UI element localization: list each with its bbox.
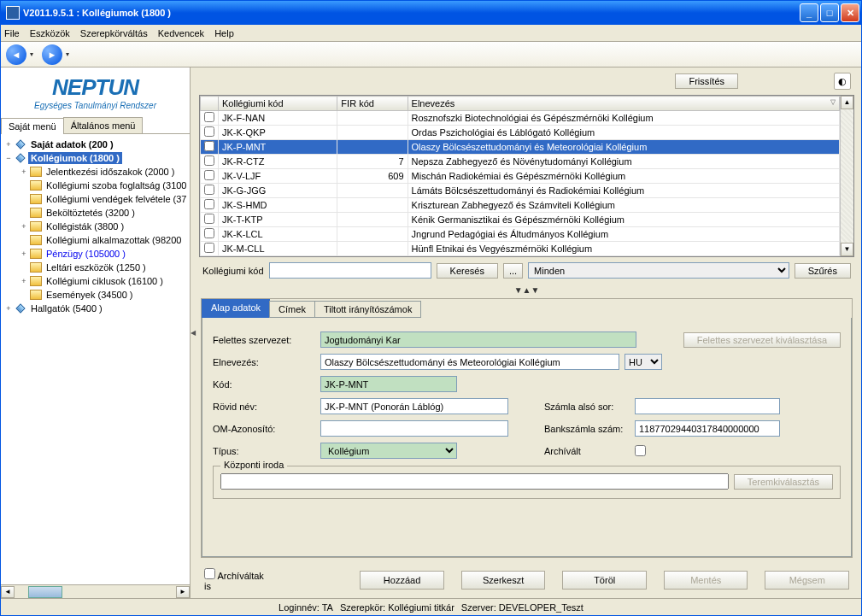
table-row[interactable]: JK-F-NANRosznofszki Biotechnológiai és G… [201,111,840,126]
table-row[interactable]: JK-K-QKPOrdas Pszichológiai és Láblógató… [201,126,840,140]
tree-item[interactable]: −Kollégiumok (1800 ) [1,151,190,165]
tree-item[interactable]: +Kollégisták (3800 ) [1,220,190,233]
table-row[interactable]: JK-R-CTZ7Nepsza Zabhegyező és Növénytudo… [201,155,840,169]
tree-label[interactable]: Beköltöztetés (3200 ) [44,207,138,219]
table-row[interactable]: JK-M-CLLHünfl Etnikai és Vegyészmérnöki … [201,242,840,256]
menu-role[interactable]: Szerepkörváltás [80,28,148,38]
add-button[interactable]: Hozzáad [360,571,444,590]
tree-label[interactable]: Kollégiumi vendégek felvétele (37 [44,193,190,205]
tree-item[interactable]: Beköltöztetés (3200 ) [1,206,190,220]
scroll-thumb[interactable] [28,586,62,598]
kod-field[interactable] [320,376,457,392]
filter-button[interactable]: Szűrés [795,263,851,279]
menu-tools[interactable]: Eszközök [30,28,70,38]
archive-checkbox[interactable] [204,568,215,579]
bank-field[interactable] [635,420,780,437]
sidebar-tab-own[interactable]: Saját menü [1,118,64,134]
tree-label[interactable]: Leltári eszközök (1250 ) [44,261,149,273]
sidebar-tab-general[interactable]: Általános menü [63,117,144,133]
tree-label[interactable]: Pénzügy (105000 ) [44,248,128,260]
row-checkbox[interactable] [204,170,214,180]
grid-header-check[interactable] [201,97,219,111]
archivalt-checkbox[interactable] [635,445,646,456]
row-checkbox[interactable] [204,199,214,209]
szamla-field[interactable] [635,398,780,414]
row-checkbox[interactable] [204,214,214,224]
tree-item[interactable]: Kollégiumi szoba foglaltság (3100 [1,179,190,192]
tree-item[interactable]: Kollégiumi vendégek felvétele (37 [1,192,190,206]
nav-forward-dropdown[interactable]: ▾ [66,50,74,58]
lang-select[interactable]: HU [625,354,662,370]
tree-item[interactable]: Kollégiumi alkalmazottak (98200 [1,233,190,247]
close-button[interactable]: ✕ [841,3,859,22]
table-row[interactable]: JK-P-MNTOlaszy Bölcsészettudományi és Me… [201,140,840,155]
edit-button[interactable]: Szerkeszt [461,571,546,590]
row-checkbox[interactable] [204,141,214,151]
tree-label[interactable]: Jelentkezési időszakok (2000 ) [44,166,177,178]
nav-forward-button[interactable]: ► [42,44,62,65]
tree[interactable]: +Saját adatok (200 )−Kollégiumok (1800 )… [1,134,190,584]
tipus-select[interactable]: Kollégium [320,443,457,459]
grid-vscroll[interactable]: ▲ ▼ [840,96,853,256]
search-more-button[interactable]: ... [503,263,523,279]
tree-item[interactable]: +Hallgatók (5400 ) [1,302,190,315]
tab-tiltott[interactable]: Tiltott irányítószámok [314,301,422,318]
tab-cimek[interactable]: Címek [269,301,315,318]
tree-label[interactable]: Kollégiumi szoba foglaltság (3100 [44,179,190,191]
tree-label[interactable]: Kollégiumi alkalmazottak (98200 [44,234,184,246]
menu-fav[interactable]: Kedvencek [158,28,204,38]
tree-item[interactable]: +Jelentkezési időszakok (2000 ) [1,165,190,179]
tree-label[interactable]: Kollégisták (3800 ) [44,220,126,232]
elnevezes-field[interactable] [320,354,619,370]
delete-button[interactable]: Töröl [562,571,647,590]
grid-header-code[interactable]: Kollégiumi kód [219,97,337,111]
tree-label[interactable]: Kollégiumok (1800 ) [28,152,122,164]
kozponti-field[interactable] [220,473,729,490]
grid-header-fir[interactable]: FIR kód [337,97,408,111]
minimize-button[interactable]: _ [800,3,818,22]
scroll-right-icon[interactable]: ► [176,586,190,598]
row-checkbox[interactable] [204,155,214,166]
sidebar-hscroll[interactable]: ◄ ► [1,584,190,598]
menu-help[interactable]: Help [214,28,234,38]
om-field[interactable] [320,420,508,437]
grid-header-name[interactable]: Elnevezés▽ [408,97,839,111]
scope-select[interactable]: Minden [528,262,789,279]
scroll-up-icon[interactable]: ▲ [841,96,853,109]
rovid-field[interactable] [320,398,508,414]
tree-item[interactable]: Események (34500 ) [1,288,190,302]
table-row[interactable]: JK-K-LCLJngrund Pedagógiai és Áltudmányo… [201,227,840,242]
tree-item[interactable]: +Kollégiumi ciklusok (16100 ) [1,274,190,288]
row-checkbox[interactable] [204,243,214,253]
pager[interactable]: ▼▲▼ [196,284,858,296]
search-input[interactable] [269,262,431,279]
table-row[interactable]: JK-S-HMDKriszturean Zabhegyező és Számvi… [201,198,840,213]
globe-icon[interactable]: ◐ [834,73,851,90]
scroll-left-icon[interactable]: ◄ [1,586,15,598]
tree-label[interactable]: Hallgatók (5400 ) [28,302,105,314]
row-checkbox[interactable] [204,112,214,122]
nav-back-dropdown[interactable]: ▾ [30,50,38,58]
tree-label[interactable]: Saját adatok (200 ) [28,138,116,150]
row-checkbox[interactable] [204,185,214,195]
tree-item[interactable]: +Saját adatok (200 ) [1,138,190,151]
tab-alapadatok[interactable]: Alap adatok [202,299,270,318]
maximize-button[interactable]: □ [820,3,839,22]
felettes-field[interactable] [320,331,636,348]
cell-code: JK-P-MNT [219,140,337,155]
table-row[interactable]: JK-T-KTPKénik Germanisztikai és Gépészmé… [201,213,840,227]
table-row[interactable]: JK-V-LJF609Mischán Radiokémiai és Gépész… [201,169,840,184]
tree-item[interactable]: +Pénzügy (105000 ) [1,247,190,261]
row-checkbox[interactable] [204,126,214,137]
table-row[interactable]: JK-G-JGGLámáts Bölcsészettudományi és Ra… [201,184,840,198]
tree-label[interactable]: Események (34500 ) [44,289,136,301]
tree-label[interactable]: Kollégiumi ciklusok (16100 ) [44,275,166,287]
archive-check-label[interactable]: Archíváltak is [204,568,266,591]
refresh-button[interactable]: Frissítés [675,73,738,89]
row-checkbox[interactable] [204,228,214,238]
nav-back-button[interactable]: ◄ [6,44,26,65]
tree-item[interactable]: Leltári eszközök (1250 ) [1,261,190,274]
menu-file[interactable]: File [4,28,20,38]
scroll-down-icon[interactable]: ▼ [841,243,853,256]
search-button[interactable]: Keresés [437,263,498,279]
